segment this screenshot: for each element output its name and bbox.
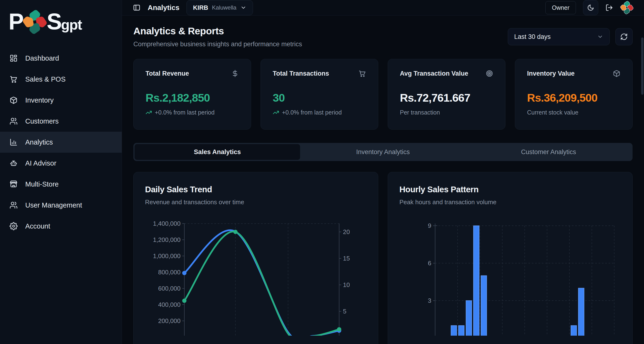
app-logo: P S gpt bbox=[0, 0, 122, 44]
stat-subtext: +0.0% from last period bbox=[273, 109, 366, 116]
pinwheel-logo-icon bbox=[22, 10, 47, 34]
daily-sales-trend-card: Daily Sales Trend Revenue and transactio… bbox=[133, 172, 378, 344]
topbar-title: Analytics bbox=[148, 4, 179, 12]
page-title: Analytics & Reports bbox=[133, 26, 302, 37]
svg-text:400,000: 400,000 bbox=[158, 301, 180, 308]
refresh-icon bbox=[620, 33, 628, 41]
sidebar: P S gpt Dashboard Sales & POS Inventory … bbox=[0, 0, 122, 344]
package-icon bbox=[10, 96, 18, 104]
chevron-down-icon bbox=[240, 5, 246, 11]
chevron-down-icon bbox=[597, 34, 603, 40]
main-area: Analytics KIRB Kaluwella Owner Analytics… bbox=[122, 0, 644, 344]
svg-text:800,000: 800,000 bbox=[158, 269, 180, 276]
cart-icon bbox=[10, 75, 18, 83]
stat-value: Rs.36,209,500 bbox=[527, 91, 620, 104]
topbar: Analytics KIRB Kaluwella Owner bbox=[122, 0, 644, 16]
sidebar-item-label: User Management bbox=[25, 201, 82, 209]
stat-subtext: Current stock value bbox=[527, 109, 620, 116]
svg-text:200,000: 200,000 bbox=[158, 317, 180, 324]
tab-inventory-analytics[interactable]: Inventory Analytics bbox=[300, 144, 466, 160]
svg-text:10: 10 bbox=[343, 281, 350, 288]
role-badge: Owner bbox=[546, 1, 576, 14]
bot-icon bbox=[10, 159, 18, 167]
stat-card-avg-transaction: Avg Transaction Value Rs.72,761.667 Per … bbox=[388, 59, 506, 129]
sidebar-item-user-management[interactable]: User Management bbox=[0, 195, 122, 216]
tab-sales-analytics[interactable]: Sales Analytics bbox=[134, 144, 300, 160]
chart-title: Hourly Sales Pattern bbox=[400, 185, 621, 194]
svg-text:6: 6 bbox=[428, 260, 431, 267]
trending-up-icon bbox=[146, 109, 152, 116]
app-window: P S gpt Dashboard Sales & POS Inventory … bbox=[0, 0, 644, 344]
target-icon bbox=[486, 70, 493, 77]
store-icon bbox=[10, 180, 18, 188]
hourly-sales-bar-chart: 963 bbox=[400, 216, 621, 336]
svg-text:3: 3 bbox=[428, 297, 431, 304]
gear-icon bbox=[10, 222, 18, 230]
sidebar-item-account[interactable]: Account bbox=[0, 216, 122, 237]
trending-up-icon bbox=[273, 109, 279, 116]
refresh-button[interactable] bbox=[616, 28, 632, 45]
svg-text:5: 5 bbox=[343, 308, 346, 315]
logout-icon[interactable] bbox=[606, 4, 613, 12]
sidebar-item-dashboard[interactable]: Dashboard bbox=[0, 48, 122, 69]
store-selector[interactable]: KIRB Kaluwella bbox=[186, 0, 253, 15]
page-subtitle: Comprehensive business insights and perf… bbox=[133, 41, 302, 48]
charts-row: Daily Sales Trend Revenue and transactio… bbox=[133, 172, 632, 344]
stat-value: Rs.2,182,850 bbox=[146, 91, 239, 104]
sidebar-item-sales-pos[interactable]: Sales & POS bbox=[0, 69, 122, 90]
store-name: Kaluwella bbox=[212, 4, 236, 11]
store-code: KIRB bbox=[193, 4, 208, 12]
bar-chart-icon bbox=[10, 138, 18, 146]
sidebar-item-label: Account bbox=[25, 222, 50, 230]
users-icon bbox=[10, 201, 18, 209]
chart-subtitle: Peak hours and transaction volume bbox=[400, 199, 621, 206]
svg-text:20: 20 bbox=[343, 228, 350, 235]
stat-title: Total Revenue bbox=[146, 70, 189, 77]
panel-left-icon[interactable] bbox=[133, 4, 140, 12]
sidebar-item-multi-store[interactable]: Multi-Store bbox=[0, 174, 122, 195]
logo-text-s: S bbox=[47, 10, 61, 33]
scrollbar-thumb[interactable] bbox=[641, 38, 644, 95]
chart-title: Daily Sales Trend bbox=[145, 185, 366, 194]
stat-card-inventory-value: Inventory Value Rs.36,209,500 Current st… bbox=[515, 59, 632, 129]
stat-subtext: +0.0% from last period bbox=[146, 109, 239, 116]
period-select[interactable]: Last 30 days bbox=[508, 28, 610, 45]
dollar-icon bbox=[231, 70, 239, 77]
svg-text:9: 9 bbox=[428, 222, 431, 229]
svg-text:1,000,000: 1,000,000 bbox=[153, 252, 180, 260]
stat-value: 30 bbox=[273, 91, 366, 104]
sidebar-item-label: Analytics bbox=[25, 138, 53, 146]
sidebar-item-ai-advisor[interactable]: AI Advisor bbox=[0, 153, 122, 174]
package-icon bbox=[613, 70, 620, 77]
tab-customer-analytics[interactable]: Customer Analytics bbox=[466, 144, 632, 160]
theme-toggle-button[interactable] bbox=[583, 0, 598, 15]
daily-sales-line-chart: 1,400,0001,200,0001,000,000800,000600,00… bbox=[145, 216, 367, 336]
svg-text:1,200,000: 1,200,000 bbox=[153, 236, 180, 243]
page-content: Analytics & Reports Comprehensive busine… bbox=[122, 16, 644, 344]
stat-value: Rs.72,761.667 bbox=[400, 91, 493, 104]
moon-icon bbox=[587, 4, 594, 11]
sidebar-item-customers[interactable]: Customers bbox=[0, 111, 122, 132]
stat-card-total-transactions: Total Transactions 30 +0.0% from last pe… bbox=[260, 59, 378, 129]
avatar[interactable] bbox=[620, 1, 634, 14]
sidebar-item-label: Dashboard bbox=[25, 54, 59, 62]
sidebar-item-label: Inventory bbox=[25, 96, 54, 104]
svg-text:600,000: 600,000 bbox=[158, 285, 180, 292]
cart-icon bbox=[358, 70, 366, 77]
svg-text:15: 15 bbox=[343, 255, 350, 262]
sidebar-item-label: Customers bbox=[25, 117, 58, 125]
svg-text:1,400,000: 1,400,000 bbox=[153, 220, 180, 227]
sidebar-item-label: Sales & POS bbox=[25, 75, 66, 83]
sidebar-item-label: Multi-Store bbox=[25, 180, 58, 188]
period-select-value: Last 30 days bbox=[514, 33, 551, 41]
sidebar-item-analytics[interactable]: Analytics bbox=[0, 132, 122, 153]
sidebar-item-inventory[interactable]: Inventory bbox=[0, 90, 122, 111]
stat-title: Total Transactions bbox=[273, 70, 329, 77]
stat-card-total-revenue: Total Revenue Rs.2,182,850 +0.0% from la… bbox=[133, 59, 251, 129]
users-icon bbox=[10, 117, 18, 125]
stat-subtext: Per transaction bbox=[400, 109, 493, 116]
stats-row: Total Revenue Rs.2,182,850 +0.0% from la… bbox=[133, 59, 632, 129]
dashboard-icon bbox=[10, 54, 18, 62]
sidebar-nav: Dashboard Sales & POS Inventory Customer… bbox=[0, 48, 122, 237]
sidebar-item-label: AI Advisor bbox=[25, 159, 56, 167]
